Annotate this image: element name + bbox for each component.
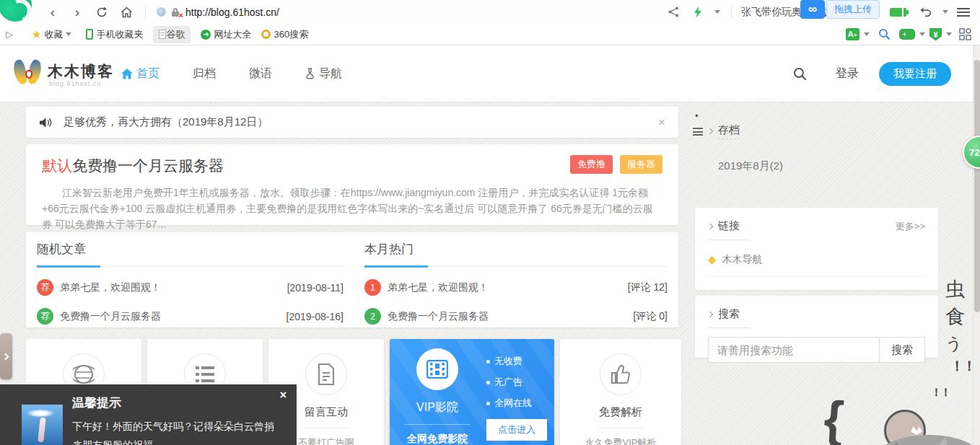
widget-title: 链接 xyxy=(718,219,740,233)
floating-score-ball[interactable]: 72 xyxy=(963,136,980,169)
article-tag[interactable]: 免费撸 xyxy=(570,155,613,174)
bookmark-sites[interactable]: ➜ 网址大全 xyxy=(201,28,251,41)
site-search-icon[interactable] xyxy=(793,67,807,81)
post-date: [2019-08-16] xyxy=(286,311,344,322)
site-status-icon[interactable] xyxy=(157,7,166,17)
archive-month-link[interactable]: 2019年8月(2) xyxy=(718,159,783,173)
apps-grid-icon[interactable] xyxy=(959,28,971,40)
chevron-down-icon[interactable] xyxy=(942,10,948,14)
bookmarks-bar: ▷ ★ 收藏 手机收藏夹 谷歌 ➜ 网址大全 360搜索 A₊ ¥ xyxy=(0,24,980,45)
feature-card-parser[interactable]: 免费解析 永久免费VIP解析 xyxy=(560,339,681,445)
article-title[interactable]: 免费撸一个月云服务器 xyxy=(72,157,224,174)
announcement-bar: 足够优秀，再大方拥有（2019年8月12日） × xyxy=(26,107,678,138)
feature-label[interactable]: 免费解析 xyxy=(560,405,681,419)
register-button[interactable]: 我要注册 xyxy=(879,62,951,86)
slide-panel-handle[interactable] xyxy=(0,333,12,379)
back-icon[interactable]: ‹ xyxy=(40,1,65,23)
sidebar-toggle-icon[interactable]: ▷ xyxy=(6,29,13,40)
search-widget: 搜索 搜索 xyxy=(695,296,938,358)
search-input[interactable] xyxy=(708,337,879,363)
feature-subtext: 全网免费影院 xyxy=(390,433,485,445)
toast-thumbnail xyxy=(22,405,63,445)
toast-title: 温馨提示 xyxy=(72,395,282,411)
vip-bullet: 全网在线 xyxy=(486,397,553,410)
cloud-upload-icon[interactable]: ∞ xyxy=(800,0,825,19)
rank-badge: 2 xyxy=(364,308,381,325)
vip-enter-button[interactable]: 点击进入 xyxy=(486,419,547,441)
article-category[interactable]: 默认 xyxy=(42,157,72,174)
webpage-viewport: 虫 食 う ！！ ！！ { S 木木博客 blog.61host.cn 首页 归… xyxy=(0,45,980,445)
chevron-down-icon[interactable] xyxy=(919,32,925,36)
site-title[interactable]: 木木博客 xyxy=(48,61,114,81)
nav-weiyu[interactable]: 微语 xyxy=(249,66,272,81)
greeting-toast: 温馨提示 下午好！外面的天气好吗？记得朵朵白云曾捎来朋友殷殷的祝福。 × xyxy=(0,384,297,445)
site-logo-icon[interactable] xyxy=(13,57,45,89)
link-item[interactable]: ◆ 木木导航 xyxy=(708,253,925,277)
insecure-lock-icon[interactable]: × xyxy=(170,7,180,17)
post-date: [2019-08-11] xyxy=(287,282,344,294)
star-icon: ★ xyxy=(32,30,41,39)
menu-icon[interactable] xyxy=(957,8,970,17)
feature-card-vip-cinema[interactable]: VIP影院 全网免费影院 无收费 无广告 全网在线 点击进入 xyxy=(390,339,554,445)
bookmark-google[interactable]: 谷歌 xyxy=(153,26,191,43)
360-search-icon xyxy=(261,30,271,39)
reload-icon[interactable] xyxy=(89,1,114,23)
nav-navigation[interactable]: 导航 xyxy=(305,66,342,81)
close-icon[interactable]: × xyxy=(658,116,665,128)
comic-text: 虫 xyxy=(945,276,965,302)
film-icon xyxy=(416,348,458,390)
flask-icon xyxy=(305,68,315,79)
search-tool-icon[interactable] xyxy=(878,28,891,40)
bookmark-mobile-folder[interactable]: 手机收藏夹 xyxy=(86,28,143,41)
chevron-down-icon[interactable] xyxy=(714,10,720,14)
wallet-shield-icon[interactable]: ¥ xyxy=(929,28,942,41)
translate-icon[interactable]: A₊ xyxy=(846,28,859,40)
games-icon[interactable] xyxy=(899,29,915,40)
home-icon[interactable] xyxy=(114,1,139,23)
article-card[interactable]: 默认免费撸一个月云服务器 免费撸 服务器 江米智云新老用户免费开1年主机或服务器… xyxy=(26,144,678,225)
bullet-icon: • xyxy=(695,110,699,121)
share-icon[interactable] xyxy=(661,1,686,23)
document-icon xyxy=(305,353,347,395)
undo-icon[interactable] xyxy=(914,1,938,23)
nav-archive[interactable]: 归档 xyxy=(193,66,216,81)
more-links[interactable]: 更多>> xyxy=(896,220,925,233)
list-item[interactable]: 荐 免费撸一个月云服务器 [2019-08-16] xyxy=(37,308,344,325)
article-tag[interactable]: 服务器 xyxy=(620,155,662,174)
archive-list-icon xyxy=(693,128,703,136)
forward-icon[interactable]: › xyxy=(65,1,89,23)
recommend-badge: 荐 xyxy=(37,308,53,325)
scrollbar-thumb[interactable] xyxy=(974,60,980,312)
battery-icon[interactable] xyxy=(890,8,906,17)
comic-exclamation: ！！ xyxy=(950,357,975,376)
bookmark-favorites[interactable]: ★ 收藏 xyxy=(32,28,76,41)
search-button[interactable]: 搜索 xyxy=(879,337,925,363)
login-link[interactable]: 登录 xyxy=(836,66,859,81)
section-title: 本月热门 xyxy=(364,241,668,267)
bookmark-360search[interactable]: 360搜索 xyxy=(261,28,308,41)
accelerate-lightning-icon[interactable] xyxy=(686,1,710,23)
list-item[interactable]: 2 免费撸一个月云服务器 [评论 0] xyxy=(364,308,668,325)
comic-exclamation: ！！ xyxy=(931,386,950,400)
list-item[interactable]: 荐 弟弟七星，欢迎围观！ [2019-08-11] xyxy=(37,279,344,296)
sites-icon: ➜ xyxy=(201,30,211,40)
browser-logo-icon[interactable] xyxy=(0,0,32,22)
comic-text: 食 xyxy=(945,304,965,330)
home-icon xyxy=(121,69,133,79)
announcement-text[interactable]: 足够优秀，再大方拥有（2019年8月12日） xyxy=(64,115,268,129)
phone-icon xyxy=(86,29,93,40)
chevron-down-icon[interactable] xyxy=(864,32,870,36)
chevron-right-icon xyxy=(707,128,713,134)
feature-subtext: 永久免费VIP解析 xyxy=(560,436,681,445)
chevron-right-icon xyxy=(707,311,713,317)
page-scrollbar[interactable] xyxy=(973,45,980,445)
feature-label[interactable]: VIP影院 xyxy=(390,400,485,415)
chevron-down-icon[interactable] xyxy=(946,32,952,36)
speaker-icon xyxy=(39,117,52,128)
list-item[interactable]: 1 弟弟七星，欢迎围观！ [评论 12] xyxy=(364,279,668,296)
hot-posts-column: 本月热门 1 弟弟七星，欢迎围观！ [评论 12] 2 免费撸一个月云服务器 [… xyxy=(364,241,668,327)
browser-toolbar: ‹ › × http://blog.61host.cn/ 张飞带你玩奥汀正版 ∞… xyxy=(0,0,980,24)
address-bar[interactable]: http://blog.61host.cn/ xyxy=(185,6,279,18)
nav-home[interactable]: 首页 xyxy=(121,66,159,81)
close-icon[interactable]: × xyxy=(280,389,286,402)
